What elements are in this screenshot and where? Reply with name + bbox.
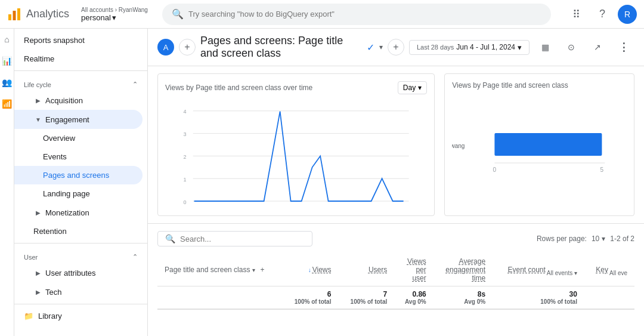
nav-divider-3 [14,304,147,304]
search-icon: 🔍 [172,8,184,20]
status-dropdown-icon[interactable]: ▾ [379,43,383,51]
apps-button[interactable]: ⠿ [565,4,587,25]
table-search-box[interactable]: 🔍 [157,231,312,246]
strip-chart-icon[interactable]: 📊 [1,55,13,67]
event-count-dropdown-icon[interactable]: All events ▾ [547,263,577,276]
nav-item-retention[interactable]: Retention [14,222,143,241]
analytics-logo-icon [7,7,21,21]
avatar[interactable]: R [618,5,637,24]
svg-text:0: 0 [184,199,187,205]
nav-divider-1 [14,70,147,71]
svg-text:5: 5 [600,167,604,173]
nav-item-tech[interactable]: ▶ Tech [14,282,143,301]
svg-rect-0 [8,14,11,20]
rows-per-page-select[interactable]: 10 ▾ [592,235,605,243]
svg-text:0: 0 [493,167,497,173]
th-views-per-user: Viewsperuser [394,254,433,286]
th-page-title: Page title and screen class ▾ + [157,254,283,286]
account-name[interactable]: personal ▾ [81,13,148,22]
nav-divider-2 [14,243,147,243]
nav-item-user-attributes[interactable]: ▶ User attributes [14,263,143,282]
nav-item-pages-screens[interactable]: Pages and screens [14,166,143,184]
user-section-header[interactable]: User ⌃ [14,246,147,263]
th-event-count-label: Event count [507,266,545,274]
strip-people-icon[interactable]: 👥 [1,76,13,88]
total-event-count: 30 100% of total [493,286,584,310]
th-page-title-label: Page title and screen class [165,266,250,274]
th-event-count: Event count All events ▾ [493,254,584,286]
total-users: 7 100% of total [338,286,394,310]
user-chevron-up-icon: ⌃ [132,253,138,261]
line-chart-header: Views by Page title and screen class ove… [165,81,427,94]
charts-row: Views by Page title and screen class ove… [148,66,644,224]
table-total-row: 6 100% of total 7 100% of total 0.86 Avg… [157,286,634,310]
page-header: A + Pages and screens: Page title and sc… [148,29,644,66]
nav-item-engagement[interactable]: ▼ Engagement [14,110,143,129]
share-button[interactable]: ↗ [587,36,608,58]
account-path: All accounts › RyanWang [81,7,148,13]
nav-item-events[interactable]: Events [14,147,143,166]
svg-rect-2 [17,8,20,20]
date-range-button[interactable]: Last 28 days Jun 4 - Jul 1, 2024 ▾ [409,40,530,55]
line-chart-title: Views by Page title and screen class ove… [165,84,312,92]
library-icon: 📁 [24,312,33,320]
nav-item-landing-page[interactable]: Landing page [14,184,143,203]
total-page-title [157,286,283,310]
line-chart-controls: Day ▾ [398,81,427,94]
nav-item-settings[interactable]: ⚙ [14,330,147,336]
lifecycle-section-header[interactable]: Life cycle ⌃ [14,73,147,91]
table-search-icon: 🔍 [165,234,175,243]
search-input[interactable] [188,10,541,19]
nav-item-overview[interactable]: Overview [14,129,143,147]
bar-chart-title: Views by Page title and screen class [452,81,568,90]
add-comparison-button[interactable]: + [179,39,196,56]
line-chart-container: Views by Page title and screen class ove… [157,73,435,216]
view-toggle-button[interactable]: ▦ [534,36,556,58]
add-metric-button[interactable]: + [388,39,404,56]
tech-chevron-icon: ▶ [33,287,43,297]
lifecycle-chevron-up-icon: ⌃ [132,81,138,88]
monetization-chevron-icon: ▶ [33,208,43,217]
th-users-label: Users [369,266,387,274]
nav-item-acquisition[interactable]: ▶ Acquisition [14,91,143,110]
strip-home-icon[interactable]: ⌂ [1,33,13,45]
views-sort-icon: ↓ [308,267,311,273]
page-title-col-dropdown-icon[interactable]: ▾ [252,267,255,273]
date-range-label-dates: Jun 4 - Jul 1, 2024 [456,43,515,51]
strip-signal-icon[interactable]: 📶 [1,98,13,110]
help-button[interactable]: ? [592,4,613,25]
nav-reports-snapshot[interactable]: Reports snapshot [14,31,147,50]
table-search-input[interactable] [180,235,305,243]
account-breadcrumb[interactable]: All accounts › RyanWang personal ▾ [81,7,148,22]
total-key-events [584,286,634,310]
th-avg-engagement: Averageengagementtime [434,254,493,286]
search-bar[interactable]: 🔍 [162,4,551,25]
main-layout: ⌂ 📊 👥 📶 Reports snapshot Realtime Life c… [0,29,644,336]
th-key-events: Key All eve [584,254,634,286]
customize-button[interactable]: ⊙ [561,36,582,58]
nav-realtime[interactable]: Realtime [14,50,147,68]
left-nav: Reports snapshot Realtime Life cycle ⌃ ▶… [14,29,148,336]
nav-item-monetization[interactable]: ▶ Monetization [14,203,143,222]
date-range-label-last28: Last 28 days [417,44,454,51]
acquisition-chevron-icon: ▶ [33,95,43,105]
nav-item-library[interactable]: 📁 Library [14,307,147,325]
account-dropdown-icon: ▾ [112,13,116,22]
th-views-label: Views [312,266,332,274]
bar-chart-container: Views by Page title and screen class It'… [444,73,634,216]
granularity-button[interactable]: Day ▾ [398,81,427,94]
more-options-button[interactable]: ⋮ [613,36,634,58]
svg-text:4: 4 [184,109,187,115]
svg-text:It's ryanwang: It's ryanwang [452,143,465,149]
key-events-dropdown-icon[interactable]: All eve [609,263,627,276]
user-attributes-chevron-icon: ▶ [33,268,43,278]
line-chart-svg: 0 1 2 3 4 09 Jun 16 23 30 [165,99,427,206]
pagination-info: Rows per page: 10 ▾ 1-2 of 2 [537,235,634,243]
logo-area: Analytics [7,7,69,21]
svg-text:3: 3 [184,131,187,137]
svg-text:1: 1 [184,177,187,183]
page-icon-button[interactable]: A [157,39,174,56]
th-views: ↓ Views [283,254,339,286]
top-nav-actions: ⠿ ? R [565,4,637,25]
add-col-plus-icon[interactable]: + [260,266,264,274]
